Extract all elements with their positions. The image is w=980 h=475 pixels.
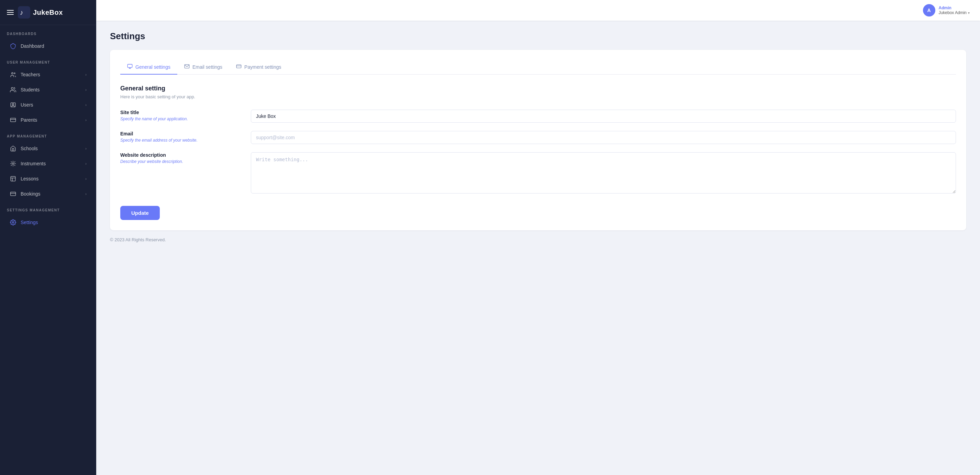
avatar: A	[923, 4, 935, 16]
main-content: A Admin Jukebox Admin ▾ Settings	[96, 0, 980, 475]
section-title: General setting	[120, 85, 956, 92]
section-desc: Here is your basic setting of your app.	[120, 94, 956, 99]
chevron-right-icon: ›	[85, 192, 87, 196]
site-title-hint: Specify the name of your application.	[120, 116, 240, 121]
tab-payment[interactable]: Payment settings	[229, 60, 288, 75]
instruments-icon	[10, 160, 16, 167]
update-button[interactable]: Update	[120, 206, 160, 220]
chevron-right-icon: ›	[85, 88, 87, 92]
footer-text: © 2023 All Rights Reserved.	[110, 230, 966, 244]
svg-point-9	[13, 163, 14, 165]
app-name: JukeBox	[33, 9, 63, 16]
email-input[interactable]	[251, 131, 956, 144]
shield-icon	[10, 43, 16, 49]
sidebar-item-teachers[interactable]: Teachers ›	[3, 68, 94, 81]
sidebar-item-label: Dashboard	[21, 43, 45, 49]
parents-icon	[10, 116, 16, 123]
site-title-input[interactable]	[251, 110, 956, 123]
svg-rect-13	[11, 192, 16, 196]
section-label-dashboards: DASHBOARDS	[0, 25, 96, 38]
email-label: Email	[120, 131, 240, 137]
svg-text:♪: ♪	[19, 9, 23, 16]
sidebar-item-schools[interactable]: Schools ›	[3, 142, 94, 155]
svg-point-6	[13, 104, 14, 105]
schools-icon	[10, 145, 16, 152]
sidebar-item-label: Instruments	[21, 161, 46, 166]
sidebar-header: ♪ JukeBox	[0, 0, 96, 25]
site-title-label: Site title	[120, 110, 240, 115]
sidebar-item-label: Lessons	[21, 176, 38, 182]
tab-label: Payment settings	[244, 64, 281, 70]
sidebar-item-label: Parents	[21, 117, 37, 123]
tab-label: General settings	[135, 64, 170, 70]
section-label-user-mgmt: USER MANAGEMENT	[0, 54, 96, 67]
students-icon	[10, 86, 16, 93]
hamburger-menu[interactable]	[7, 10, 14, 15]
chevron-right-icon: ›	[85, 161, 87, 166]
tab-label: Email settings	[192, 64, 222, 70]
sidebar-item-settings[interactable]: Settings	[3, 215, 94, 229]
bookings-icon	[10, 190, 16, 197]
page-title: Settings	[110, 31, 966, 41]
logo-container: ♪ JukeBox	[18, 6, 63, 19]
sidebar-item-students[interactable]: Students ›	[3, 83, 94, 97]
user-name: Jukebox Admin ▾	[939, 10, 970, 15]
form-row-email: Email Specify the email address of your …	[120, 131, 956, 144]
users-icon	[10, 101, 16, 108]
logo-icon: ♪	[18, 6, 30, 19]
sidebar-item-label: Schools	[21, 146, 38, 151]
svg-point-2	[12, 73, 13, 74]
tab-general[interactable]: General settings	[120, 60, 177, 75]
sidebar-item-dashboard[interactable]: Dashboard	[3, 39, 94, 53]
section-label-settings-mgmt: SETTINGS MANAGEMENT	[0, 201, 96, 215]
sidebar-item-bookings[interactable]: Bookings ›	[3, 187, 94, 201]
form-row-description: Website description Describe your websit…	[120, 152, 956, 195]
description-hint: Describe your website description.	[120, 159, 240, 164]
chevron-right-icon: ›	[85, 147, 87, 151]
svg-rect-7	[11, 118, 16, 122]
svg-rect-19	[236, 65, 241, 68]
chevron-right-icon: ›	[85, 73, 87, 77]
sidebar-item-label: Teachers	[21, 72, 40, 77]
page-content: Settings General settings	[96, 21, 980, 475]
svg-point-4	[11, 87, 13, 89]
chevron-right-icon: ›	[85, 118, 87, 122]
lessons-icon	[10, 175, 16, 182]
sidebar-item-label: Students	[21, 87, 40, 92]
sidebar-item-label: Bookings	[21, 191, 41, 197]
form-row-site-title: Site title Specify the name of your appl…	[120, 110, 956, 123]
sidebar-item-users[interactable]: Users ›	[3, 98, 94, 112]
section-label-app-mgmt: APP MANAGEMENT	[0, 128, 96, 141]
chevron-right-icon: ›	[85, 177, 87, 181]
svg-point-15	[13, 222, 14, 223]
svg-rect-10	[11, 176, 16, 181]
svg-rect-16	[127, 64, 132, 67]
email-icon	[184, 64, 190, 70]
sidebar: ♪ JukeBox DASHBOARDS Dashboard USER MANA…	[0, 0, 96, 475]
tab-email[interactable]: Email settings	[177, 60, 229, 75]
svg-point-3	[14, 73, 15, 74]
user-menu[interactable]: A Admin Jukebox Admin ▾	[923, 4, 970, 16]
description-textarea[interactable]	[251, 152, 956, 193]
tabs: General settings Email settings	[120, 60, 956, 75]
description-label: Website description	[120, 152, 240, 158]
sidebar-item-parents[interactable]: Parents ›	[3, 113, 94, 127]
sidebar-item-label: Settings	[21, 220, 38, 225]
payment-icon	[236, 64, 242, 70]
topbar: A Admin Jukebox Admin ▾	[96, 0, 980, 21]
monitor-icon	[127, 64, 133, 70]
settings-card: General settings Email settings	[110, 50, 966, 230]
dropdown-arrow-icon: ▾	[968, 11, 970, 15]
sidebar-item-lessons[interactable]: Lessons ›	[3, 172, 94, 186]
email-hint: Specify the email address of your websit…	[120, 138, 240, 143]
sidebar-item-label: Users	[21, 102, 33, 108]
teachers-icon	[10, 71, 16, 78]
sidebar-item-instruments[interactable]: Instruments ›	[3, 157, 94, 171]
user-role: Admin	[939, 5, 951, 10]
gear-icon	[10, 219, 16, 226]
chevron-right-icon: ›	[85, 103, 87, 107]
user-info: Admin Jukebox Admin ▾	[939, 5, 970, 15]
